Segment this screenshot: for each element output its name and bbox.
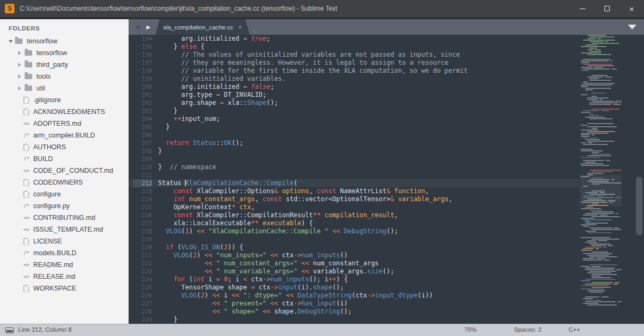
code-line-223[interactable]: 223 << " num_variable_args=" << variable…	[129, 268, 644, 276]
line-number[interactable]: 225	[133, 284, 152, 292]
line-number[interactable]: 194	[133, 35, 152, 43]
code-line-206[interactable]: 206	[129, 131, 644, 139]
indentation-status[interactable]: Spaces: 2	[514, 326, 541, 333]
sidebar-item-arm-compiler-build[interactable]: /*arm_compiler.BUILD	[0, 129, 129, 141]
code-line-201[interactable]: 201 arg.type = DT_INVALID;	[129, 91, 644, 99]
sidebar-item-code-of-conduct-md[interactable]: <>CODE_OF_CONDUCT.md	[0, 165, 129, 177]
code-line-205[interactable]: 205 }	[129, 123, 644, 131]
code-line-213[interactable]: 213 const XlaCompiler::Options& options,…	[129, 187, 644, 195]
line-number[interactable]: 206	[133, 131, 152, 139]
code-line-212[interactable]: 212Status XlaCompilationCache::Compile(	[129, 179, 644, 187]
sidebar-item-models-build[interactable]: /*models.BUILD	[0, 247, 129, 259]
sidebar-item-issue-template-md[interactable]: <>ISSUE_TEMPLATE.md	[0, 224, 129, 235]
sidebar-item-workspace[interactable]: WORKSPACE	[0, 282, 129, 294]
sidebar-item-authors[interactable]: AUTHORS	[0, 141, 129, 153]
line-number[interactable]: 202	[133, 99, 152, 107]
code-line-226[interactable]: 226 VLOG(2) << i << ": dtype=" << DataTy…	[129, 292, 644, 300]
sidebar-item-build[interactable]: /*BUILD	[0, 153, 129, 165]
line-number[interactable]: 218	[133, 227, 152, 235]
chevron-right-icon[interactable]	[18, 63, 25, 67]
sidebar-item-tensorflow[interactable]: tensorflow	[0, 35, 129, 47]
code-line-207[interactable]: 207 return Status::OK();	[129, 139, 644, 147]
code-line-227[interactable]: 227 << " present=" << ctx->has_input(i)	[129, 300, 644, 308]
chevron-right-icon[interactable]	[18, 51, 25, 55]
tab-xla-compilation-cache[interactable]: xla_compilation_cache.cc ×	[155, 19, 250, 35]
line-number[interactable]: 215	[133, 203, 152, 211]
vertical-scrollbar[interactable]	[636, 177, 642, 235]
tab-overflow-menu-icon[interactable]	[628, 25, 636, 29]
code-line-229[interactable]: 229 }	[129, 316, 644, 324]
line-number[interactable]: 207	[133, 139, 152, 147]
code-line-197[interactable]: 197 // they are meaningless. However, it…	[129, 59, 644, 67]
line-number[interactable]: 197	[133, 59, 152, 67]
line-number[interactable]: 205	[133, 123, 152, 131]
zoom-level-status[interactable]: 75%	[464, 326, 476, 333]
syntax-status[interactable]: C++	[568, 326, 580, 333]
line-number[interactable]: 208	[133, 147, 152, 155]
panel-switcher-icon[interactable]	[5, 327, 14, 333]
sidebar-item-util[interactable]: util	[0, 82, 129, 94]
code-line-228[interactable]: 228 << " shape=" << shape.DebugString();	[129, 308, 644, 316]
line-number[interactable]: 229	[133, 316, 152, 324]
chevron-right-icon[interactable]	[18, 86, 25, 90]
code-line-195[interactable]: 195 } else {	[129, 43, 644, 51]
line-number[interactable]: 226	[133, 292, 152, 300]
line-number[interactable]: 201	[133, 91, 152, 99]
code-line-214[interactable]: 214 int num_constant_args, const std::ve…	[129, 195, 644, 203]
line-number[interactable]: 203	[133, 107, 152, 115]
line-number[interactable]: 219	[133, 235, 152, 243]
sidebar-item-tensorflow[interactable]: tensorflow	[0, 47, 129, 59]
line-number[interactable]: 221	[133, 251, 152, 259]
line-number[interactable]: 199	[133, 75, 152, 83]
tab-close-icon[interactable]: ×	[238, 24, 242, 30]
line-number[interactable]: 200	[133, 83, 152, 91]
minimap-viewport[interactable]	[580, 175, 621, 206]
code-line-194[interactable]: 194 arg.initialized = true;	[129, 35, 644, 43]
code-line-198[interactable]: 198 // variable for the first time insid…	[129, 67, 644, 75]
sidebar-item--gitignore[interactable]: .gitignore	[0, 94, 129, 106]
code-line-216[interactable]: 216 const XlaCompiler::CompilationResult…	[129, 211, 644, 219]
maximize-button[interactable]	[595, 0, 619, 17]
code-line-196[interactable]: 196 // The values of uninitialized varia…	[129, 51, 644, 59]
sidebar-item-configure[interactable]: configure	[0, 188, 129, 200]
sidebar-item-codeowners[interactable]: CODEOWNERS	[0, 177, 129, 188]
code-line-221[interactable]: 221 VLOG(2) << "num_inputs=" << ctx->num…	[129, 251, 644, 259]
line-number[interactable]: 228	[133, 308, 152, 316]
line-number[interactable]: 217	[133, 219, 152, 227]
code-line-224[interactable]: 224 for (int i = 0; i < ctx->num_inputs(…	[129, 276, 644, 284]
code-line-203[interactable]: 203 }	[129, 107, 644, 115]
sidebar-item-readme-md[interactable]: <>README.md	[0, 259, 129, 271]
line-number[interactable]: 212	[133, 179, 152, 187]
code-line-225[interactable]: 225 TensorShape shape = ctx->input(i).sh…	[129, 284, 644, 292]
code-editor[interactable]: 194 arg.initialized = true;195 } else {1…	[129, 35, 644, 324]
chevron-down-icon[interactable]	[9, 40, 15, 43]
line-number[interactable]: 227	[133, 300, 152, 308]
code-line-217[interactable]: 217 xla::LocalExecutable** executable) {	[129, 219, 644, 227]
code-line-218[interactable]: 218 VLOG(1) << "XlaCompilationCache::Com…	[129, 227, 644, 235]
sidebar-item-release-md[interactable]: <>RELEASE.md	[0, 271, 129, 282]
line-number[interactable]: 220	[133, 243, 152, 251]
code-line-211[interactable]: 211	[129, 171, 644, 179]
line-number[interactable]: 195	[133, 43, 152, 51]
code-line-208[interactable]: 208}	[129, 147, 644, 155]
line-number[interactable]: 204	[133, 115, 152, 123]
line-number[interactable]: 223	[133, 268, 152, 276]
line-number[interactable]: 198	[133, 67, 152, 75]
sidebar-item-tools[interactable]: tools	[0, 71, 129, 82]
line-number[interactable]: 211	[133, 171, 152, 179]
line-number[interactable]: 213	[133, 187, 152, 195]
code-line-215[interactable]: 215 OpKernelContext* ctx,	[129, 203, 644, 211]
close-window-button[interactable]: ×	[619, 0, 644, 17]
line-number[interactable]: 209	[133, 155, 152, 163]
code-line-209[interactable]: 209	[129, 155, 644, 163]
code-line-204[interactable]: 204 ++input_num;	[129, 115, 644, 123]
chevron-right-icon[interactable]	[18, 74, 25, 79]
tab-history-forward-icon[interactable]: ▶	[144, 19, 153, 35]
code-line-210[interactable]: 210} // namespace	[129, 163, 644, 171]
sidebar-item-configure-py[interactable]: /*configure.py	[0, 200, 129, 212]
line-number[interactable]: 222	[133, 259, 152, 268]
minimize-button[interactable]	[570, 0, 595, 17]
line-number[interactable]: 224	[133, 276, 152, 284]
code-line-200[interactable]: 200 arg.initialized = false;	[129, 83, 644, 91]
tab-history-back-icon[interactable]: ◀	[133, 19, 143, 35]
